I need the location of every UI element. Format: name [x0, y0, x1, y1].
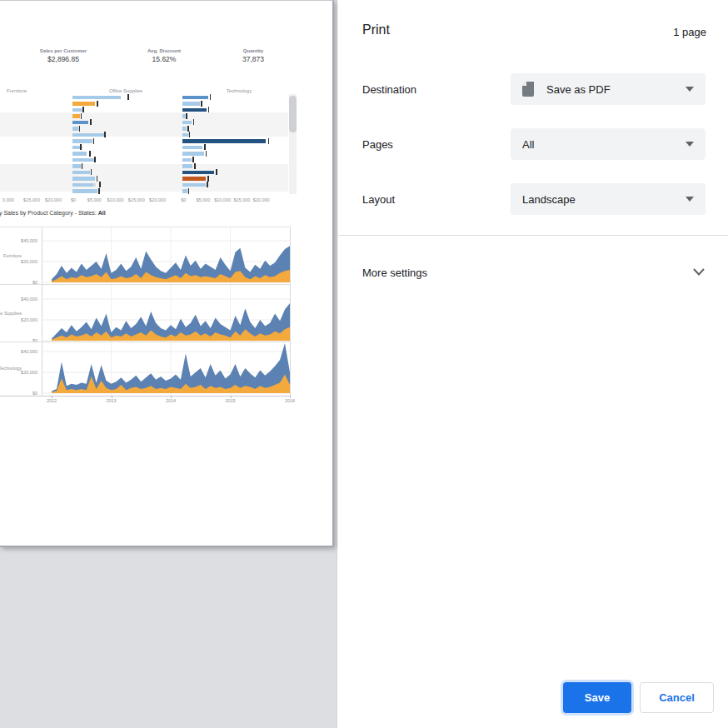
bar — [182, 177, 206, 181]
bar — [182, 102, 200, 106]
bar — [72, 183, 93, 187]
preview-scrollbar-thumb — [289, 96, 297, 132]
axis-tick-label: $5,000 — [196, 197, 210, 202]
bar — [182, 108, 207, 112]
reference-line-marker — [79, 126, 81, 132]
bar — [182, 127, 186, 131]
x-axis-tick-mark — [290, 396, 291, 398]
print-preview-pane: Sales per Customer$2,896.85Avg. Discount… — [0, 0, 337, 728]
x-axis-tick-label: 2014 — [166, 398, 176, 403]
reference-line-marker — [98, 188, 100, 194]
y-axis-tick-label: $40,000 — [0, 297, 37, 302]
document-icon — [522, 82, 534, 97]
axis-tick-label: $10,000 — [214, 197, 231, 202]
bar — [72, 189, 97, 193]
kpi-value: 37,873 — [242, 55, 264, 63]
chart-grid-line — [0, 396, 291, 396]
x-axis-tick-mark — [171, 396, 172, 398]
dropdown-arrow-icon — [686, 197, 694, 202]
section-header-office-supplies: Office Supplies — [109, 88, 142, 93]
axis-tick-label: $0 — [71, 197, 76, 202]
reference-line-marker — [97, 176, 98, 182]
bar — [182, 152, 204, 156]
reference-line-marker — [194, 163, 196, 169]
x-axis-tick-label: 2015 — [225, 398, 235, 403]
bar — [72, 96, 121, 100]
x-axis-tick-label: 2013 — [106, 398, 116, 403]
layout-label: Layout — [362, 193, 395, 206]
y-axis-tick-label: $20,000 — [0, 259, 37, 264]
reference-line-marker — [97, 101, 98, 107]
reference-line-marker — [189, 132, 191, 137]
reference-line-marker — [127, 94, 129, 100]
reference-line-marker — [208, 107, 210, 112]
x-axis-tick-label: 2012 — [47, 398, 57, 403]
bar — [182, 133, 188, 137]
kpi-2: Quantity37,873 — [242, 48, 264, 63]
bar — [72, 133, 104, 137]
bar — [182, 139, 266, 143]
axis-tick-label: $20,000 — [149, 197, 166, 202]
bar — [182, 183, 206, 187]
pages-dropdown[interactable]: All — [511, 128, 706, 160]
axis-tick-label: $20,000 — [45, 197, 62, 202]
bar — [72, 114, 80, 118]
reference-line-marker — [93, 138, 95, 144]
area-chart-row-office-supplies — [0, 285, 333, 342]
axis-tick-label: $15,000 — [128, 197, 145, 202]
section-divider — [338, 235, 728, 236]
reference-line-marker — [216, 169, 217, 175]
section-header-technology: Technology — [227, 88, 252, 93]
bar — [182, 146, 202, 150]
axis-tick-label: 0,000 — [2, 197, 14, 202]
reference-line-marker — [80, 144, 82, 150]
dropdown-arrow-icon — [686, 87, 694, 92]
axis-tick-label: $15,000 — [23, 197, 40, 202]
more-settings-label: More settings — [362, 267, 427, 279]
y-axis-tick-label: $40,000 — [0, 349, 37, 354]
reference-line-marker — [206, 151, 207, 157]
print-preview-window: Sales per Customer$2,896.85Avg. Discount… — [0, 0, 728, 728]
kpi-0: Sales per Customer$2,896.85 — [40, 48, 87, 63]
dropdown-arrow-icon — [686, 142, 694, 147]
bar — [182, 189, 187, 193]
highlight-band — [0, 164, 288, 192]
reference-line-marker — [94, 157, 96, 162]
axis-tick-label: $15,000 — [233, 197, 250, 202]
axis-tick-label: $10,000 — [107, 197, 124, 202]
bar — [72, 108, 82, 112]
axis-tick-label: $20,000 — [253, 197, 270, 202]
chart-grid-line — [0, 284, 291, 285]
bar — [182, 96, 208, 100]
chart-axis-line — [42, 227, 42, 396]
bar — [182, 114, 185, 118]
bar — [72, 139, 92, 143]
save-button[interactable]: Save — [563, 682, 631, 713]
x-axis-tick-mark — [52, 396, 52, 398]
x-axis-tick-mark — [231, 396, 232, 398]
reference-line-marker — [193, 119, 195, 125]
bar — [182, 121, 192, 125]
reference-line-marker — [104, 132, 106, 137]
reference-line-marker — [201, 101, 202, 107]
axis-tick-label: $0 — [181, 197, 186, 202]
chart-grid-line — [0, 227, 291, 227]
destination-dropdown[interactable]: Save as PDF — [511, 73, 706, 105]
kpi-label: Quantity — [242, 48, 264, 53]
bar — [72, 121, 89, 125]
pages-label: Pages — [362, 138, 393, 151]
kpi-value: $2,896.85 — [40, 55, 87, 63]
chevron-down-icon — [693, 268, 705, 276]
reference-line-marker — [82, 107, 84, 112]
layout-dropdown[interactable]: Landscape — [511, 183, 706, 215]
bar — [72, 158, 94, 162]
cancel-button[interactable]: Cancel — [640, 682, 714, 713]
reference-line-marker — [187, 126, 189, 132]
more-settings-toggle[interactable]: More settings — [338, 262, 728, 287]
area-row-label: Furniture — [0, 253, 22, 258]
area-chart-row-technology — [0, 342, 333, 396]
reference-line-marker — [210, 94, 212, 100]
reference-line-marker — [90, 119, 92, 125]
reference-line-marker — [81, 113, 82, 119]
y-axis-tick-label: $40,000 — [0, 238, 37, 243]
